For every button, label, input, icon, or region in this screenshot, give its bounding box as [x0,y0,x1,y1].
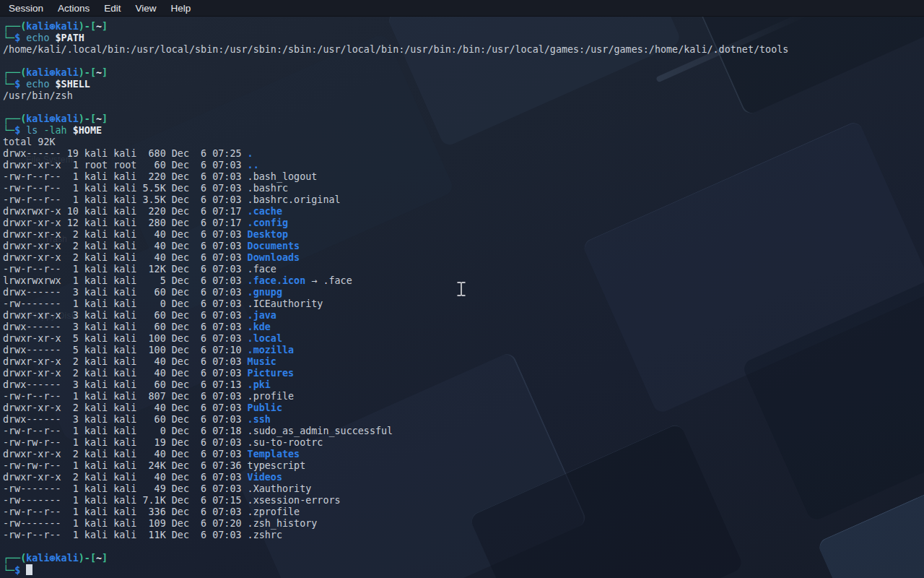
terminal-line: -rw-r--r-- 1 kali kali 3.5K Dec 6 07:03 … [3,194,924,206]
terminal-line: -rw-r--r-- 1 kali kali 807 Dec 6 07:03 .… [3,391,924,402]
terminal-line: -rw------- 1 kali kali 7.1K Dec 6 07:15 … [3,495,924,506]
menu-bar: SessionActionsEditViewHelp [0,0,924,17]
terminal-line: drwxr-xr-x 2 kali kali 40 Dec 6 07:03 Vi… [3,472,924,483]
terminal-line: drwxr-xr-x 2 kali kali 40 Dec 6 07:03 Pi… [3,368,924,379]
terminal-line: drwxr-xr-x 2 kali kali 40 Dec 6 07:03 Mu… [3,356,924,368]
terminal-line: ┌──(kali⊛kali)-[~] [3,113,924,125]
terminal-line: drwx------ 3 kali kali 60 Dec 6 07:03 .s… [3,414,924,426]
terminal-line: -rw-r--r-- 1 kali kali 220 Dec 6 07:03 .… [3,171,924,183]
terminal-line: drwxr-xr-x 3 kali kali 60 Dec 6 07:03 .j… [3,310,924,322]
terminal-line: -rw-r--r-- 1 kali kali 5.5K Dec 6 07:03 … [3,183,924,194]
terminal-line: drwxr-xr-x 2 kali kali 40 Dec 6 07:03 Do… [3,252,924,264]
menu-item-actions[interactable]: Actions [51,0,97,17]
menu-item-edit[interactable]: Edit [97,0,128,17]
terminal-line: /home/kali/.local/bin:/usr/local/sbin:/u… [3,44,924,56]
mouse-cursor-ibeam [456,280,467,298]
terminal-line: -rw-r--r-- 1 kali kali 336 Dec 6 07:03 .… [3,506,924,518]
terminal-line: drwxr-xr-x 2 kali kali 40 Dec 6 07:03 Do… [3,241,924,252]
menu-item-session[interactable]: Session [1,0,51,17]
menu-item-help[interactable]: Help [164,0,199,17]
terminal-line: drwxr-xr-x 1 root root 60 Dec 6 07:03 .. [3,160,924,171]
terminal-line: -rw-rw-r-- 1 kali kali 24K Dec 6 07:36 t… [3,460,924,472]
terminal-line: └─$ ls -lah $HOME [3,125,924,137]
terminal-line [3,56,924,67]
terminal-line: drwx------ 3 kali kali 60 Dec 6 07:13 .p… [3,379,924,391]
terminal-line: ┌──(kali⊛kali)-[~] [3,67,924,79]
terminal-line: -rw-r--r-- 1 kali kali 0 Dec 6 07:18 .su… [3,426,924,437]
terminal-line: -rw------- 1 kali kali 49 Dec 6 07:03 .X… [3,483,924,495]
terminal-block-cursor [26,564,32,575]
terminal-line: drwx------ 3 kali kali 60 Dec 6 07:03 .k… [3,322,924,333]
terminal-line: └─$ echo $SHELL [3,79,924,90]
terminal-line: -rw------- 1 kali kali 109 Dec 6 07:20 .… [3,518,924,530]
terminal-line: drwxrwxr-x 10 kali kali 220 Dec 6 07:17 … [3,206,924,217]
terminal-line: drwxr-xr-x 2 kali kali 40 Dec 6 07:03 De… [3,229,924,241]
terminal-line: drwxr-xr-x 2 kali kali 40 Dec 6 07:03 Pu… [3,402,924,414]
terminal-line: drwxr-xr-x 12 kali kali 280 Dec 6 07:17 … [3,217,924,229]
terminal-line: total 92K [3,137,924,148]
terminal-line: drwx------ 19 kali kali 680 Dec 6 07:25 … [3,148,924,160]
terminal-line: drwx------ 5 kali kali 100 Dec 6 07:10 .… [3,345,924,356]
terminal-line: drwxr-xr-x 5 kali kali 100 Dec 6 07:03 .… [3,333,924,345]
menu-item-view[interactable]: View [128,0,164,17]
terminal-line [3,541,924,553]
terminal-line: /usr/bin/zsh [3,90,924,102]
terminal-line: ┌──(kali⊛kali)-[~] [3,21,924,33]
kali-terminal-screen: File System Trash Floppy Disk SessionAct… [0,0,924,578]
terminal-line: └─$ echo $PATH [3,33,924,44]
terminal-line [3,102,924,113]
terminal-line: -rw-r--r-- 1 kali kali 11K Dec 6 07:03 .… [3,530,924,541]
terminal-line: -rw-r--r-- 1 kali kali 12K Dec 6 07:03 .… [3,264,924,275]
terminal-line: └─$ [3,564,924,576]
terminal-line: -rw-rw-r-- 1 kali kali 19 Dec 6 07:03 .s… [3,437,924,449]
terminal-line: drwxr-xr-x 2 kali kali 40 Dec 6 07:03 Te… [3,449,924,460]
terminal-line: ┌──(kali⊛kali)-[~] [3,553,924,564]
terminal-line: -rw------- 1 kali kali 0 Dec 6 07:03 .IC… [3,298,924,310]
